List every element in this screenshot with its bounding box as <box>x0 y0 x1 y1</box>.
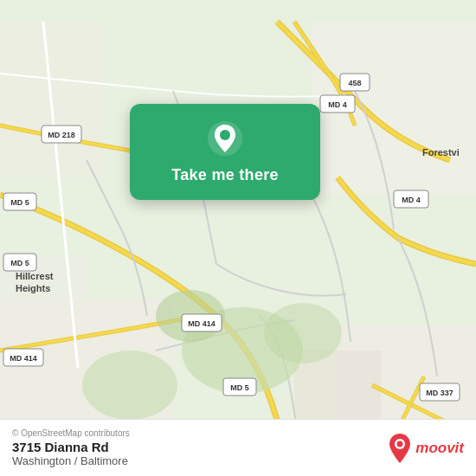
location-pin-icon <box>206 119 244 158</box>
svg-text:MD 5: MD 5 <box>10 198 29 207</box>
svg-point-9 <box>264 303 342 363</box>
take-me-there-popup[interactable]: Take me there <box>130 104 320 200</box>
svg-text:Heights: Heights <box>16 283 50 293</box>
map-container: MD 4 MD 4 MD 218 MD 5 MD 5 MD 5 MD 414 M… <box>0 0 476 476</box>
svg-text:MD 4: MD 4 <box>328 100 347 109</box>
svg-text:MD 414: MD 414 <box>10 354 37 363</box>
address-line1: 3715 Dianna Rd <box>12 440 130 454</box>
moovit-pin-icon <box>388 433 412 464</box>
svg-text:Hillcrest: Hillcrest <box>16 271 54 281</box>
svg-text:MD 337: MD 337 <box>426 389 453 397</box>
moovit-brand-text: moovit <box>415 440 464 457</box>
bottom-bar: © OpenStreetMap contributors 3715 Dianna… <box>0 419 476 476</box>
take-me-there-label: Take me there <box>171 166 279 184</box>
map-background: MD 4 MD 4 MD 218 MD 5 MD 5 MD 5 MD 414 M… <box>0 0 476 476</box>
bottom-left-info: © OpenStreetMap contributors 3715 Dianna… <box>12 428 130 467</box>
svg-text:458: 458 <box>348 79 361 87</box>
svg-point-39 <box>397 441 403 447</box>
moovit-logo: moovit <box>388 433 464 464</box>
svg-text:MD 5: MD 5 <box>10 259 29 267</box>
svg-point-10 <box>82 351 177 420</box>
attribution-text: © OpenStreetMap contributors <box>12 428 130 438</box>
svg-text:MD 414: MD 414 <box>188 319 215 328</box>
address-line2: Washington / Baltimore <box>12 454 130 467</box>
svg-text:MD 4: MD 4 <box>402 196 421 204</box>
svg-point-37 <box>220 130 230 140</box>
svg-text:MD 5: MD 5 <box>230 383 249 392</box>
svg-text:Forestvi: Forestvi <box>422 147 460 158</box>
svg-text:MD 218: MD 218 <box>48 131 75 139</box>
